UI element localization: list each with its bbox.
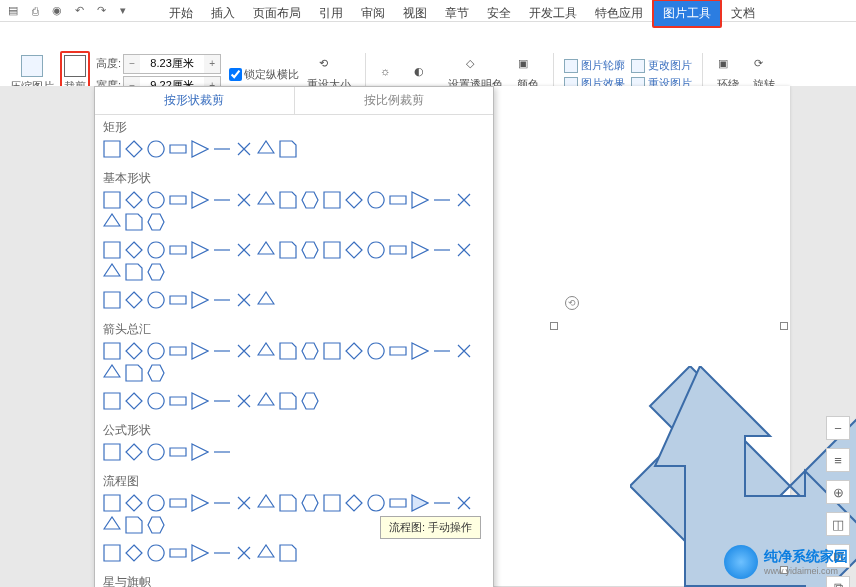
shape-option[interactable] <box>433 191 451 209</box>
shape-option[interactable] <box>147 342 165 360</box>
shape-option[interactable] <box>257 544 275 562</box>
shape-option[interactable] <box>125 241 143 259</box>
tab-safe[interactable]: 安全 <box>478 1 520 26</box>
shape-option[interactable] <box>125 494 143 512</box>
shape-option[interactable] <box>103 263 121 281</box>
shape-option[interactable] <box>367 494 385 512</box>
shape-option[interactable] <box>147 191 165 209</box>
shape-option[interactable] <box>103 392 121 410</box>
shape-option[interactable] <box>125 544 143 562</box>
shape-option[interactable] <box>103 494 121 512</box>
shape-option[interactable] <box>257 342 275 360</box>
shape-option[interactable] <box>147 263 165 281</box>
brightness-button[interactable]: ☼ <box>374 63 406 87</box>
shape-option[interactable] <box>323 494 341 512</box>
shape-option[interactable] <box>301 494 319 512</box>
tab-view[interactable]: 视图 <box>394 1 436 26</box>
shape-option[interactable] <box>455 191 473 209</box>
shape-option[interactable] <box>433 342 451 360</box>
shape-option[interactable] <box>301 392 319 410</box>
shape-option[interactable] <box>213 241 231 259</box>
tab-layout[interactable]: 页面布局 <box>244 1 310 26</box>
shape-option[interactable] <box>213 392 231 410</box>
shape-option[interactable] <box>323 241 341 259</box>
shape-option[interactable] <box>125 263 143 281</box>
change-pic-button[interactable]: 更改图片 <box>629 57 694 74</box>
shape-option[interactable] <box>279 140 297 158</box>
shape-option[interactable] <box>257 241 275 259</box>
sidetool-crop-icon[interactable]: ◫ <box>826 512 850 536</box>
tab-start[interactable]: 开始 <box>160 1 202 26</box>
sidetool-layout-icon[interactable]: ≡ <box>826 448 850 472</box>
shape-option[interactable] <box>279 494 297 512</box>
shape-option[interactable] <box>345 191 363 209</box>
shape-option[interactable] <box>367 241 385 259</box>
shape-option[interactable] <box>191 191 209 209</box>
shape-option[interactable] <box>169 544 187 562</box>
shape-option[interactable] <box>455 241 473 259</box>
tab-chapter[interactable]: 章节 <box>436 1 478 26</box>
shape-option[interactable] <box>367 191 385 209</box>
shape-option[interactable] <box>235 291 253 309</box>
shape-option[interactable] <box>103 191 121 209</box>
shape-option[interactable] <box>169 392 187 410</box>
shape-option[interactable] <box>147 140 165 158</box>
shape-option[interactable] <box>323 191 341 209</box>
shape-option[interactable] <box>411 494 429 512</box>
shape-option[interactable] <box>235 140 253 158</box>
shape-option[interactable] <box>191 342 209 360</box>
shape-option[interactable] <box>301 191 319 209</box>
shape-option[interactable] <box>213 140 231 158</box>
shape-option[interactable] <box>125 443 143 461</box>
shape-option[interactable] <box>191 494 209 512</box>
shape-option[interactable] <box>213 443 231 461</box>
tab-docfield[interactable]: 文档 <box>722 1 764 26</box>
shape-option[interactable] <box>169 443 187 461</box>
resize-handle[interactable] <box>550 322 558 330</box>
shape-option[interactable] <box>235 342 253 360</box>
shape-option[interactable] <box>345 241 363 259</box>
shape-option[interactable] <box>125 392 143 410</box>
height-field[interactable] <box>140 55 204 73</box>
shape-option[interactable] <box>213 494 231 512</box>
resize-handle[interactable] <box>780 322 788 330</box>
shape-option[interactable] <box>103 140 121 158</box>
rotate-handle[interactable]: ⟲ <box>565 296 579 310</box>
shape-option[interactable] <box>279 191 297 209</box>
shape-option[interactable] <box>389 241 407 259</box>
shape-option[interactable] <box>455 494 473 512</box>
height-plus[interactable]: + <box>204 55 220 73</box>
sidetool-minus[interactable]: − <box>826 416 850 440</box>
shape-option[interactable] <box>125 213 143 231</box>
shape-option[interactable] <box>125 516 143 534</box>
shape-option[interactable] <box>147 494 165 512</box>
tab-special[interactable]: 特色应用 <box>586 1 652 26</box>
shape-option[interactable] <box>257 494 275 512</box>
shape-option[interactable] <box>411 191 429 209</box>
shape-option[interactable] <box>191 241 209 259</box>
shape-option[interactable] <box>147 544 165 562</box>
shape-option[interactable] <box>169 241 187 259</box>
shape-option[interactable] <box>125 291 143 309</box>
shape-option[interactable] <box>169 191 187 209</box>
shape-option[interactable] <box>235 544 253 562</box>
shape-option[interactable] <box>257 291 275 309</box>
shape-option[interactable] <box>147 364 165 382</box>
shape-option[interactable] <box>323 342 341 360</box>
shape-option[interactable] <box>213 342 231 360</box>
shape-option[interactable] <box>411 241 429 259</box>
shape-option[interactable] <box>279 342 297 360</box>
shape-option[interactable] <box>433 241 451 259</box>
shape-option[interactable] <box>103 291 121 309</box>
shape-option[interactable] <box>147 392 165 410</box>
shape-option[interactable] <box>191 443 209 461</box>
tab-by-ratio[interactable]: 按比例裁剪 <box>294 87 494 114</box>
shape-option[interactable] <box>411 342 429 360</box>
tab-ref[interactable]: 引用 <box>310 1 352 26</box>
shape-option[interactable] <box>455 342 473 360</box>
shape-option[interactable] <box>279 241 297 259</box>
shape-option[interactable] <box>235 241 253 259</box>
tab-insert[interactable]: 插入 <box>202 1 244 26</box>
shape-option[interactable] <box>147 291 165 309</box>
shape-option[interactable] <box>103 443 121 461</box>
